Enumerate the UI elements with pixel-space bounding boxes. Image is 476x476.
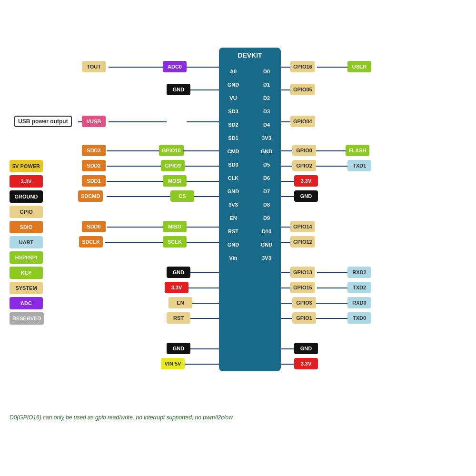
badge-3v3-r2: 3.3V (294, 358, 318, 369)
badge-mosi: MOSI (163, 175, 187, 187)
line-vusb-chip (109, 121, 167, 122)
line-gnd-l2 (190, 272, 219, 273)
line-gpio9-chip (185, 166, 219, 167)
line-vusb-chip2 (187, 121, 219, 122)
line-sdd3-gpio10 (107, 150, 159, 151)
legend-hspi: HSPI/SPI (10, 251, 43, 264)
line-d0-gpio16 (281, 67, 290, 68)
line-gnd-r1 (281, 196, 294, 197)
line-gpio1-txd0 (316, 318, 347, 319)
line-usb-vusb (78, 121, 82, 122)
badge-3v3-r: 3.3V (294, 175, 318, 187)
badge-en: EN (169, 297, 192, 308)
line-d3-gpio0 (281, 150, 292, 151)
badge-gpio9: GPIO9 (161, 160, 185, 171)
badge-gpio15: GPIO15 (290, 282, 315, 293)
line-sdclk-sclk (105, 242, 163, 243)
badge-gpio04: GPIO04 (290, 116, 315, 127)
badge-3v3-l: 3.3V (165, 282, 188, 293)
legend-5v-power: 5V POWER (10, 160, 43, 172)
line-d1-gpio05 (281, 89, 290, 90)
badge-txd2: TXD2 (347, 282, 371, 293)
badge-txd1: TXD1 (347, 160, 371, 171)
badge-gpio12: GPIO12 (290, 236, 315, 248)
legend-3v3: 3.3V (10, 175, 43, 188)
badge-gpio14: GPIO14 (290, 221, 315, 232)
badge-vin5v: VIN 5V (161, 358, 185, 369)
line-gpio10-chip (183, 150, 219, 151)
line-gpio3-rxd0 (316, 303, 347, 304)
badge-miso: MISO (163, 221, 187, 232)
line-gpio13-rxd2 (317, 272, 347, 273)
badge-adc0: ADC0 (163, 61, 187, 72)
badge-cs: CS (170, 190, 194, 202)
badge-gpio13: GPIO13 (290, 267, 315, 278)
line-rst (190, 318, 219, 319)
badge-sclk: SCLK (163, 236, 187, 248)
badge-gpio16: GPIO16 (290, 61, 315, 72)
badge-sdcmd: SDCMD (78, 190, 103, 202)
badge-gpio2: GPIO2 (292, 160, 316, 171)
badge-gpio1: GPIO1 (292, 312, 316, 324)
badge-gnd-l2: GND (167, 267, 190, 278)
line-gnd-l3 (190, 348, 219, 349)
badge-gnd-l1: GND (167, 84, 190, 95)
footnote: D0(GPIO16) can only be used as gpio read… (10, 414, 466, 421)
diagram: DEVKIT A0 GND VU SD3 SD2 SD1 CMD SD0 CLK… (0, 0, 476, 476)
badge-rst: RST (167, 312, 190, 324)
badge-gnd-r2: GND (294, 343, 318, 354)
chip: DEVKIT A0 GND VU SD3 SD2 SD1 CMD SD0 CLK… (219, 48, 281, 371)
legend-reserved: RESERVED (10, 312, 44, 325)
badge-gnd-r1: GND (294, 190, 318, 202)
badge-rxd0: RXD0 (347, 297, 371, 308)
line-sdcmd-cs (107, 196, 170, 197)
badge-gpio05: GPIO05 (290, 84, 315, 95)
badge-flash: FLASH (346, 145, 369, 156)
badge-gnd-l3: GND (167, 343, 190, 354)
line-gpio0-flash (316, 150, 346, 151)
line-d6-gpio12 (281, 242, 290, 243)
line-gnd-l1 (190, 89, 219, 90)
line-3v3-r (281, 181, 294, 182)
line-gpio16-user (317, 67, 347, 68)
line-d10-gpio1 (281, 318, 292, 319)
line-gpio2-txd1 (316, 166, 347, 167)
line-tout-adc0 (109, 67, 163, 68)
badge-user: USER (347, 61, 371, 72)
badge-vusb: VUSB (82, 116, 106, 127)
badge-rxd2: RXD2 (347, 267, 371, 278)
legend-system: SYSTEM (10, 282, 43, 294)
line-gpio15-txd2 (317, 288, 347, 288)
badge-sdd1: SDD1 (82, 175, 106, 187)
badge-txd0: TXD0 (347, 312, 371, 324)
line-adc0-chip (187, 67, 219, 68)
line-sclk-chip (187, 242, 219, 243)
line-mosi-chip (187, 181, 219, 182)
line-vin (185, 364, 219, 365)
line-d4-gpio2 (281, 166, 292, 167)
line-gnd-r2 (281, 348, 294, 349)
badge-tout: TOUT (82, 61, 106, 72)
line-miso-chip (187, 227, 219, 228)
line-3v3-r2 (281, 364, 294, 365)
badge-gpio0: GPIO0 (292, 145, 316, 156)
usb-power-label: USB power output (14, 116, 72, 127)
chip-title: DEVKIT (238, 51, 262, 59)
legend-adc: ADC (10, 297, 43, 309)
badge-gpio10: GPIO10 (159, 145, 184, 156)
line-3v3-l (188, 288, 219, 288)
badge-sdd0: SDD0 (82, 221, 106, 232)
legend-ground: GROUND (10, 190, 43, 203)
line-sdd1-mosi (107, 181, 163, 182)
badge-sdd2: SDD2 (82, 160, 106, 171)
line-d2-gpio04 (281, 121, 290, 122)
line-en (192, 303, 219, 304)
badge-sdclk: SDCLK (79, 236, 103, 248)
legend-uart: UART (10, 236, 43, 248)
line-d9-gpio3 (281, 303, 292, 304)
line-d5-gpio14 (281, 227, 290, 228)
line-d7-gpio13 (281, 272, 290, 273)
badge-gpio3: GPIO3 (292, 297, 316, 308)
line-sdd2-gpio9 (107, 166, 161, 167)
line-sdd0-miso (107, 227, 163, 228)
